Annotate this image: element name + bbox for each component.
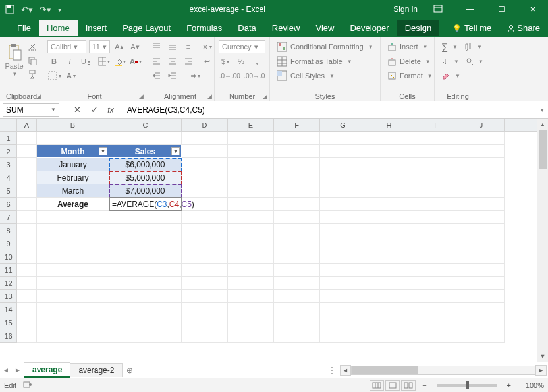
col-header[interactable]: F bbox=[274, 119, 320, 131]
cell[interactable] bbox=[17, 290, 37, 303]
borders-icon[interactable]: ▾ bbox=[97, 55, 111, 68]
cell[interactable] bbox=[412, 171, 458, 184]
cell[interactable] bbox=[320, 290, 366, 303]
col-header[interactable]: H bbox=[366, 119, 412, 131]
cell[interactable] bbox=[274, 198, 320, 211]
alignment-dialog-icon[interactable]: ◢ bbox=[207, 93, 212, 99]
col-header[interactable]: G bbox=[320, 119, 366, 131]
close-icon[interactable]: ✕ bbox=[522, 5, 544, 14]
cell[interactable] bbox=[274, 250, 320, 264]
cell[interactable] bbox=[366, 198, 412, 211]
cell[interactable] bbox=[320, 145, 366, 158]
row-header[interactable]: 1 bbox=[0, 132, 17, 145]
fx-icon[interactable]: fx bbox=[103, 105, 119, 115]
delete-cells-button[interactable]: Delete▼ bbox=[385, 54, 430, 69]
cell[interactable] bbox=[182, 184, 228, 198]
minimize-icon[interactable]: — bbox=[458, 5, 481, 14]
cell[interactable] bbox=[458, 145, 505, 158]
cell[interactable] bbox=[17, 277, 37, 290]
redo-icon[interactable]: ↷▾ bbox=[40, 5, 51, 14]
zoom-in-icon[interactable]: + bbox=[507, 381, 511, 389]
italic-button[interactable]: I bbox=[63, 55, 76, 68]
cell[interactable] bbox=[228, 224, 274, 237]
filter-icon[interactable]: ▼ bbox=[171, 147, 180, 155]
comma-format-icon[interactable]: , bbox=[250, 55, 263, 68]
cell[interactable] bbox=[320, 303, 366, 316]
align-bottom-icon[interactable]: ≡ bbox=[182, 40, 195, 53]
cell[interactable] bbox=[37, 264, 109, 277]
cell[interactable] bbox=[182, 198, 228, 211]
select-all-corner[interactable] bbox=[0, 119, 17, 131]
cell[interactable] bbox=[320, 198, 366, 211]
cell[interactable] bbox=[458, 250, 505, 264]
cell[interactable] bbox=[17, 145, 37, 158]
cell[interactable] bbox=[109, 211, 182, 224]
cell[interactable] bbox=[320, 158, 366, 171]
cell[interactable] bbox=[412, 250, 458, 264]
cell[interactable] bbox=[182, 277, 228, 290]
cell[interactable] bbox=[17, 198, 37, 211]
cell[interactable] bbox=[366, 290, 412, 303]
cell[interactable] bbox=[274, 132, 320, 145]
cell[interactable] bbox=[458, 316, 505, 329]
row-header[interactable]: 8 bbox=[0, 224, 17, 237]
cell[interactable] bbox=[274, 290, 320, 303]
paste-button[interactable]: Paste ▼ bbox=[4, 40, 24, 80]
cell[interactable] bbox=[366, 224, 412, 237]
format-as-table-button[interactable]: Format as Table▼ bbox=[274, 54, 376, 69]
cell[interactable] bbox=[109, 132, 182, 145]
number-dialog-icon[interactable]: ◢ bbox=[263, 93, 267, 99]
row-header[interactable]: 15 bbox=[0, 316, 17, 329]
cell[interactable] bbox=[412, 264, 458, 277]
decrease-indent-icon[interactable] bbox=[150, 69, 163, 82]
increase-decimal-icon[interactable]: .0→.00 bbox=[219, 69, 241, 82]
cancel-formula-icon[interactable]: ✕ bbox=[68, 105, 86, 115]
cell[interactable] bbox=[458, 329, 505, 343]
cell[interactable] bbox=[228, 237, 274, 250]
cell[interactable] bbox=[412, 290, 458, 303]
cell[interactable] bbox=[37, 329, 109, 343]
cell[interactable] bbox=[320, 264, 366, 277]
cell[interactable] bbox=[412, 145, 458, 158]
cell[interactable] bbox=[182, 316, 228, 329]
decrease-decimal-icon[interactable]: .00→.0 bbox=[244, 69, 266, 82]
table-header-month[interactable]: Month▼ bbox=[37, 145, 109, 158]
font-dialog-icon[interactable]: ◢ bbox=[139, 93, 144, 99]
col-header[interactable]: C bbox=[109, 119, 182, 131]
scroll-thumb[interactable] bbox=[539, 130, 547, 169]
cell[interactable] bbox=[320, 329, 366, 343]
cell[interactable] bbox=[109, 224, 182, 237]
cell[interactable] bbox=[320, 316, 366, 329]
cell[interactable] bbox=[412, 224, 458, 237]
sheet-nav-prev-icon[interactable]: ◄ bbox=[0, 366, 12, 374]
cell[interactable] bbox=[228, 132, 274, 145]
font-color-icon[interactable]: A▾ bbox=[129, 55, 142, 68]
cell[interactable] bbox=[109, 329, 182, 343]
zoom-slider[interactable] bbox=[437, 384, 497, 387]
cell[interactable] bbox=[182, 329, 228, 343]
scroll-down-icon[interactable]: ▼ bbox=[537, 350, 548, 362]
cell[interactable] bbox=[412, 132, 458, 145]
cell[interactable] bbox=[37, 277, 109, 290]
cell[interactable] bbox=[37, 316, 109, 329]
cell[interactable] bbox=[320, 224, 366, 237]
clipboard-dialog-icon[interactable]: ◢ bbox=[36, 93, 41, 99]
cell[interactable] bbox=[17, 250, 37, 264]
cell[interactable] bbox=[458, 290, 505, 303]
cell[interactable] bbox=[109, 303, 182, 316]
sheet-tab-active[interactable]: average bbox=[24, 362, 70, 378]
cell[interactable] bbox=[274, 224, 320, 237]
col-header[interactable]: D bbox=[182, 119, 228, 131]
align-right-icon[interactable] bbox=[182, 55, 195, 68]
align-left-icon[interactable] bbox=[150, 55, 163, 68]
cell[interactable] bbox=[182, 132, 228, 145]
cell[interactable] bbox=[412, 237, 458, 250]
cell[interactable] bbox=[228, 277, 274, 290]
cell[interactable] bbox=[458, 277, 505, 290]
cell[interactable] bbox=[228, 145, 274, 158]
cell[interactable] bbox=[366, 237, 412, 250]
accounting-format-icon[interactable]: $▾ bbox=[219, 55, 232, 68]
cell[interactable] bbox=[366, 145, 412, 158]
add-sheet-icon[interactable]: ⊕ bbox=[122, 366, 138, 375]
active-cell[interactable]: =AVERAGE(C3,C4,C5) bbox=[109, 198, 182, 211]
